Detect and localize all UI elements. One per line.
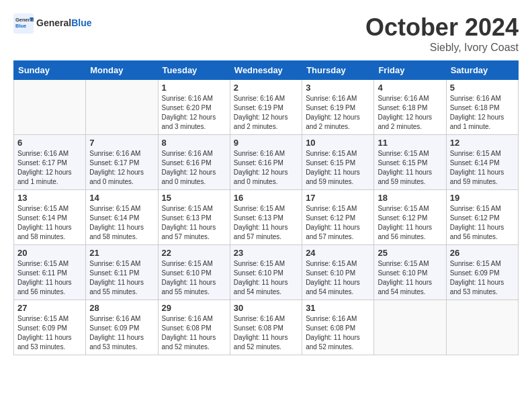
day-cell (86, 80, 158, 135)
day-info: Sunrise: 6:16 AM Sunset: 6:16 PM Dayligh… (162, 149, 226, 187)
day-cell: 17Sunrise: 6:15 AM Sunset: 6:12 PM Dayli… (302, 190, 374, 245)
day-cell: 27Sunrise: 6:15 AM Sunset: 6:09 PM Dayli… (14, 300, 86, 355)
day-cell (374, 300, 446, 355)
day-cell: 19Sunrise: 6:15 AM Sunset: 6:12 PM Dayli… (446, 190, 518, 245)
day-number: 2 (234, 83, 298, 93)
day-cell: 16Sunrise: 6:15 AM Sunset: 6:13 PM Dayli… (230, 190, 302, 245)
day-info: Sunrise: 6:15 AM Sunset: 6:15 PM Dayligh… (378, 149, 442, 187)
weekday-header-monday: Monday (86, 61, 158, 80)
day-number: 30 (234, 303, 298, 313)
day-number: 3 (306, 83, 370, 93)
day-number: 12 (450, 138, 515, 148)
month-title: October 2024 (365, 13, 519, 42)
weekday-header-wednesday: Wednesday (230, 61, 302, 80)
logo-icon: General Blue (13, 13, 34, 34)
day-info: Sunrise: 6:16 AM Sunset: 6:16 PM Dayligh… (234, 149, 298, 187)
day-info: Sunrise: 6:15 AM Sunset: 6:10 PM Dayligh… (378, 259, 442, 297)
day-cell: 11Sunrise: 6:15 AM Sunset: 6:15 PM Dayli… (374, 135, 446, 190)
day-info: Sunrise: 6:16 AM Sunset: 6:17 PM Dayligh… (17, 149, 82, 187)
day-info: Sunrise: 6:15 AM Sunset: 6:14 PM Dayligh… (17, 204, 82, 242)
day-cell: 4Sunrise: 6:16 AM Sunset: 6:18 PM Daylig… (374, 80, 446, 135)
day-number: 19 (450, 193, 515, 203)
calendar-table: SundayMondayTuesdayWednesdayThursdayFrid… (13, 60, 519, 355)
day-info: Sunrise: 6:15 AM Sunset: 6:12 PM Dayligh… (450, 204, 515, 242)
week-row-5: 27Sunrise: 6:15 AM Sunset: 6:09 PM Dayli… (14, 300, 519, 355)
day-number: 23 (234, 248, 298, 258)
day-cell: 1Sunrise: 6:16 AM Sunset: 6:20 PM Daylig… (158, 80, 230, 135)
day-cell (14, 80, 86, 135)
weekday-header-thursday: Thursday (302, 61, 374, 80)
title-block: October 2024 Siebly, Ivory Coast (365, 13, 519, 54)
day-number: 24 (306, 248, 370, 258)
weekday-header-tuesday: Tuesday (158, 61, 230, 80)
day-info: Sunrise: 6:16 AM Sunset: 6:08 PM Dayligh… (306, 314, 370, 352)
day-cell: 28Sunrise: 6:16 AM Sunset: 6:09 PM Dayli… (86, 300, 158, 355)
day-info: Sunrise: 6:16 AM Sunset: 6:19 PM Dayligh… (306, 94, 370, 132)
day-number: 16 (234, 193, 298, 203)
day-cell: 6Sunrise: 6:16 AM Sunset: 6:17 PM Daylig… (14, 135, 86, 190)
day-number: 13 (17, 193, 82, 203)
week-row-4: 20Sunrise: 6:15 AM Sunset: 6:11 PM Dayli… (14, 245, 519, 300)
day-info: Sunrise: 6:15 AM Sunset: 6:12 PM Dayligh… (306, 204, 370, 242)
day-cell: 10Sunrise: 6:15 AM Sunset: 6:15 PM Dayli… (302, 135, 374, 190)
day-number: 27 (17, 303, 82, 313)
day-cell (446, 300, 518, 355)
day-info: Sunrise: 6:15 AM Sunset: 6:13 PM Dayligh… (234, 204, 298, 242)
day-number: 21 (89, 248, 154, 258)
week-row-1: 1Sunrise: 6:16 AM Sunset: 6:20 PM Daylig… (14, 80, 519, 135)
day-info: Sunrise: 6:15 AM Sunset: 6:11 PM Dayligh… (17, 259, 82, 297)
day-cell: 20Sunrise: 6:15 AM Sunset: 6:11 PM Dayli… (14, 245, 86, 300)
location-subtitle: Siebly, Ivory Coast (365, 42, 519, 54)
day-info: Sunrise: 6:15 AM Sunset: 6:09 PM Dayligh… (450, 259, 515, 297)
day-number: 15 (162, 193, 226, 203)
day-info: Sunrise: 6:16 AM Sunset: 6:19 PM Dayligh… (234, 94, 298, 132)
day-info: Sunrise: 6:15 AM Sunset: 6:10 PM Dayligh… (234, 259, 298, 297)
day-cell: 22Sunrise: 6:15 AM Sunset: 6:10 PM Dayli… (158, 245, 230, 300)
day-cell: 5Sunrise: 6:16 AM Sunset: 6:18 PM Daylig… (446, 80, 518, 135)
day-cell: 24Sunrise: 6:15 AM Sunset: 6:10 PM Dayli… (302, 245, 374, 300)
day-info: Sunrise: 6:15 AM Sunset: 6:12 PM Dayligh… (378, 204, 442, 242)
day-cell: 26Sunrise: 6:15 AM Sunset: 6:09 PM Dayli… (446, 245, 518, 300)
day-cell: 31Sunrise: 6:16 AM Sunset: 6:08 PM Dayli… (302, 300, 374, 355)
day-info: Sunrise: 6:15 AM Sunset: 6:09 PM Dayligh… (17, 314, 82, 352)
day-cell: 18Sunrise: 6:15 AM Sunset: 6:12 PM Dayli… (374, 190, 446, 245)
page-header: General Blue GeneralBlue October 2024 Si… (13, 13, 519, 54)
day-info: Sunrise: 6:16 AM Sunset: 6:08 PM Dayligh… (162, 314, 226, 352)
weekday-header-sunday: Sunday (14, 61, 86, 80)
svg-text:Blue: Blue (15, 23, 26, 29)
week-row-2: 6Sunrise: 6:16 AM Sunset: 6:17 PM Daylig… (14, 135, 519, 190)
day-number: 4 (378, 83, 442, 93)
day-number: 9 (234, 138, 298, 148)
day-cell: 14Sunrise: 6:15 AM Sunset: 6:14 PM Dayli… (86, 190, 158, 245)
day-info: Sunrise: 6:15 AM Sunset: 6:14 PM Dayligh… (89, 204, 154, 242)
day-number: 20 (17, 248, 82, 258)
day-number: 25 (378, 248, 442, 258)
day-info: Sunrise: 6:15 AM Sunset: 6:11 PM Dayligh… (89, 259, 154, 297)
day-number: 18 (378, 193, 442, 203)
day-cell: 12Sunrise: 6:15 AM Sunset: 6:14 PM Dayli… (446, 135, 518, 190)
day-number: 7 (89, 138, 154, 148)
weekday-header-friday: Friday (374, 61, 446, 80)
day-info: Sunrise: 6:16 AM Sunset: 6:09 PM Dayligh… (89, 314, 154, 352)
day-cell: 2Sunrise: 6:16 AM Sunset: 6:19 PM Daylig… (230, 80, 302, 135)
day-number: 31 (306, 303, 370, 313)
day-info: Sunrise: 6:16 AM Sunset: 6:17 PM Dayligh… (89, 149, 154, 187)
day-cell: 15Sunrise: 6:15 AM Sunset: 6:13 PM Dayli… (158, 190, 230, 245)
day-number: 29 (162, 303, 226, 313)
day-cell: 7Sunrise: 6:16 AM Sunset: 6:17 PM Daylig… (86, 135, 158, 190)
day-cell: 8Sunrise: 6:16 AM Sunset: 6:16 PM Daylig… (158, 135, 230, 190)
day-cell: 13Sunrise: 6:15 AM Sunset: 6:14 PM Dayli… (14, 190, 86, 245)
logo: General Blue GeneralBlue (13, 13, 91, 34)
day-number: 26 (450, 248, 515, 258)
day-cell: 21Sunrise: 6:15 AM Sunset: 6:11 PM Dayli… (86, 245, 158, 300)
day-number: 11 (378, 138, 442, 148)
weekday-header-row: SundayMondayTuesdayWednesdayThursdayFrid… (14, 61, 519, 80)
day-number: 6 (17, 138, 82, 148)
logo-general: General (36, 17, 71, 28)
day-info: Sunrise: 6:15 AM Sunset: 6:15 PM Dayligh… (306, 149, 370, 187)
day-number: 28 (89, 303, 154, 313)
weekday-header-saturday: Saturday (446, 61, 518, 80)
day-info: Sunrise: 6:16 AM Sunset: 6:18 PM Dayligh… (450, 94, 515, 132)
day-number: 22 (162, 248, 226, 258)
day-cell: 30Sunrise: 6:16 AM Sunset: 6:08 PM Dayli… (230, 300, 302, 355)
